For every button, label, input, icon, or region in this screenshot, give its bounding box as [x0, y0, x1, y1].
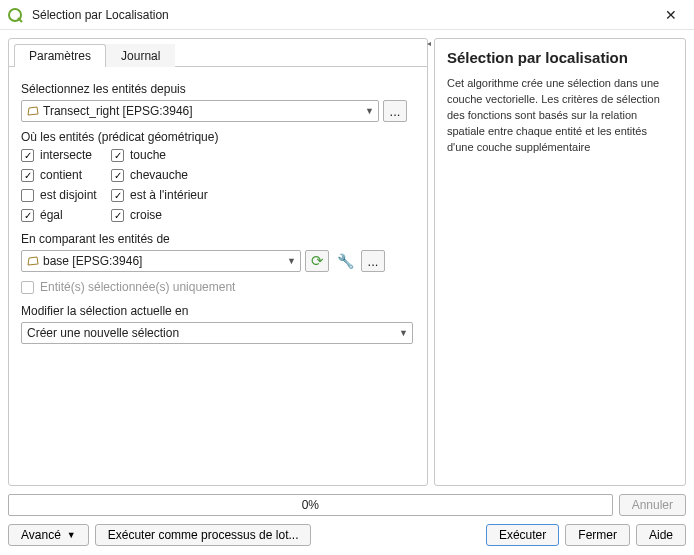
- checkbox-disjoint[interactable]: est disjoint: [21, 188, 111, 202]
- tab-parameters[interactable]: Paramètres: [14, 44, 106, 67]
- modify-selection-dropdown[interactable]: Créer une nouvelle sélection ▼: [21, 322, 413, 344]
- settings-button[interactable]: 🔧: [333, 250, 357, 272]
- compare-dropdown[interactable]: base [EPSG:3946] ▼: [21, 250, 301, 272]
- browse-layer1-button[interactable]: ...: [383, 100, 407, 122]
- chevron-down-icon: ▼: [365, 106, 374, 116]
- checkbox-selected-only: Entité(s) sélectionnée(s) uniquement: [21, 280, 415, 294]
- progress-bar: 0%: [8, 494, 613, 516]
- svg-marker-1: [28, 107, 38, 115]
- wrench-icon: 🔧: [337, 253, 354, 269]
- advanced-button[interactable]: Avancé▼: [8, 524, 89, 546]
- checkbox-intersects[interactable]: intersecte: [21, 148, 111, 162]
- parameters-panel: ◂ Paramètres Journal Sélectionnez les en…: [8, 38, 428, 486]
- iterate-button[interactable]: ⟳: [305, 250, 329, 272]
- chevron-down-icon: ▼: [399, 328, 408, 338]
- help-title: Sélection par localisation: [447, 49, 673, 66]
- progress-value: 0%: [302, 498, 319, 512]
- select-from-dropdown[interactable]: Transect_right [EPSG:3946] ▼: [21, 100, 379, 122]
- chevron-down-icon: ▼: [67, 530, 76, 540]
- close-button[interactable]: Fermer: [565, 524, 630, 546]
- run-button[interactable]: Exécuter: [486, 524, 559, 546]
- select-from-label: Sélectionnez les entités depuis: [21, 82, 415, 96]
- checkbox-touches[interactable]: touche: [111, 148, 251, 162]
- svg-marker-2: [28, 257, 38, 265]
- tab-log[interactable]: Journal: [106, 44, 175, 67]
- checkbox-overlaps[interactable]: chevauche: [111, 168, 251, 182]
- iterate-icon: ⟳: [311, 252, 324, 270]
- help-panel: Sélection par localisation Cet algorithm…: [434, 38, 686, 486]
- close-icon[interactable]: ✕: [656, 4, 686, 26]
- app-icon: [8, 7, 24, 23]
- compare-value: base [EPSG:3946]: [43, 254, 142, 268]
- chevron-down-icon: ▼: [287, 256, 296, 266]
- comparing-label: En comparant les entités de: [21, 232, 415, 246]
- help-text: Cet algorithme crée une sélection dans u…: [447, 76, 673, 156]
- modify-selection-value: Créer une nouvelle sélection: [27, 326, 179, 340]
- checkbox-equals[interactable]: égal: [21, 208, 111, 222]
- cancel-button: Annuler: [619, 494, 686, 516]
- checkbox-within[interactable]: est à l'intérieur: [111, 188, 251, 202]
- checkbox-contains[interactable]: contient: [21, 168, 111, 182]
- predicate-label: Où les entités (prédicat géométrique): [21, 130, 415, 144]
- select-from-value: Transect_right [EPSG:3946]: [43, 104, 193, 118]
- polygon-layer-icon: [27, 255, 39, 267]
- window-title: Sélection par Localisation: [32, 8, 656, 22]
- checkbox-crosses[interactable]: croise: [111, 208, 251, 222]
- polygon-layer-icon: [27, 105, 39, 117]
- collapse-panel-icon[interactable]: ◂: [427, 39, 431, 48]
- tab-bar: Paramètres Journal: [9, 38, 427, 67]
- modify-selection-label: Modifier la sélection actuelle en: [21, 304, 415, 318]
- title-bar: Sélection par Localisation ✕: [0, 0, 694, 30]
- help-button[interactable]: Aide: [636, 524, 686, 546]
- browse-layer2-button[interactable]: ...: [361, 250, 385, 272]
- batch-button[interactable]: Exécuter comme processus de lot...: [95, 524, 312, 546]
